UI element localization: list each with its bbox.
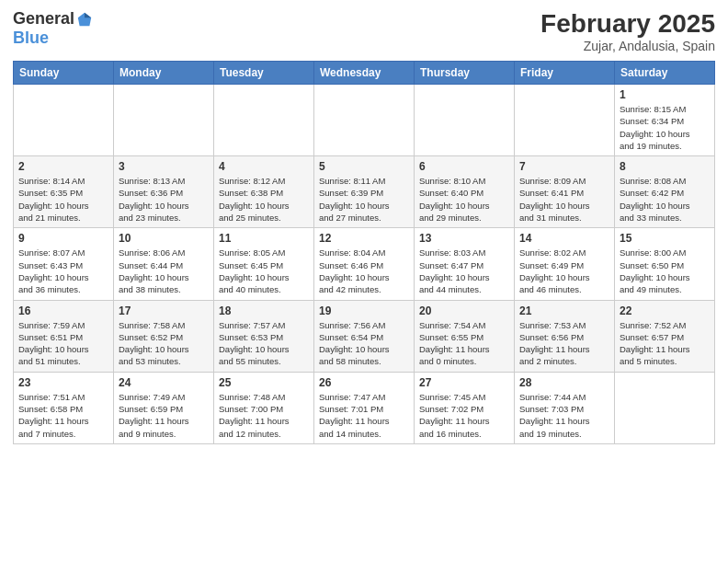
day-number: 12 [319, 232, 409, 245]
day-info: Sunrise: 7:53 AM Sunset: 6:56 PM Dayligh… [519, 319, 609, 368]
day-info: Sunrise: 8:11 AM Sunset: 6:39 PM Dayligh… [319, 175, 409, 224]
day-number: 9 [18, 232, 108, 245]
logo-icon [76, 11, 93, 28]
page-container: General Blue February 2025 Zujar, Andalu… [0, 0, 728, 563]
day-number: 27 [419, 376, 509, 389]
day-number: 20 [419, 304, 509, 317]
table-row: 4Sunrise: 8:12 AM Sunset: 6:38 PM Daylig… [214, 156, 314, 228]
calendar-week-row: 23Sunrise: 7:51 AM Sunset: 6:58 PM Dayli… [14, 372, 715, 443]
table-row [415, 85, 515, 156]
day-info: Sunrise: 8:00 AM Sunset: 6:50 PM Dayligh… [620, 247, 710, 295]
day-number: 22 [620, 304, 710, 317]
day-info: Sunrise: 8:12 AM Sunset: 6:38 PM Dayligh… [219, 175, 309, 224]
col-friday: Friday [515, 62, 615, 85]
table-row [314, 85, 415, 156]
table-row: 18Sunrise: 7:57 AM Sunset: 6:53 PM Dayli… [214, 300, 314, 372]
table-row: 26Sunrise: 7:47 AM Sunset: 7:01 PM Dayli… [314, 372, 415, 443]
table-row: 3Sunrise: 8:13 AM Sunset: 6:36 PM Daylig… [114, 156, 214, 228]
col-monday: Monday [114, 62, 214, 85]
title-section: February 2025 Zujar, Andalusia, Spain [540, 9, 715, 53]
day-info: Sunrise: 7:45 AM Sunset: 7:02 PM Dayligh… [419, 391, 509, 440]
day-info: Sunrise: 8:04 AM Sunset: 6:46 PM Dayligh… [319, 247, 409, 295]
table-row: 9Sunrise: 8:07 AM Sunset: 6:43 PM Daylig… [14, 228, 114, 300]
calendar-header-row: Sunday Monday Tuesday Wednesday Thursday… [14, 62, 715, 85]
logo-general-text: General [13, 9, 74, 29]
calendar-week-row: 9Sunrise: 8:07 AM Sunset: 6:43 PM Daylig… [14, 228, 715, 300]
table-row: 27Sunrise: 7:45 AM Sunset: 7:02 PM Dayli… [415, 372, 515, 443]
day-number: 2 [18, 160, 108, 173]
day-info: Sunrise: 7:47 AM Sunset: 7:01 PM Dayligh… [319, 391, 409, 440]
page-header: General Blue February 2025 Zujar, Andalu… [13, 9, 715, 53]
table-row [615, 372, 715, 443]
table-row: 1Sunrise: 8:15 AM Sunset: 6:34 PM Daylig… [615, 85, 715, 156]
day-info: Sunrise: 8:02 AM Sunset: 6:49 PM Dayligh… [519, 247, 609, 295]
month-year-title: February 2025 [540, 9, 715, 39]
day-info: Sunrise: 7:59 AM Sunset: 6:51 PM Dayligh… [18, 319, 108, 368]
day-number: 10 [119, 232, 209, 245]
day-info: Sunrise: 7:49 AM Sunset: 6:59 PM Dayligh… [119, 391, 209, 440]
day-number: 4 [219, 160, 309, 173]
day-info: Sunrise: 7:56 AM Sunset: 6:54 PM Dayligh… [319, 319, 409, 368]
day-number: 19 [319, 304, 409, 317]
day-number: 6 [419, 160, 509, 173]
day-number: 7 [519, 160, 609, 173]
table-row: 17Sunrise: 7:58 AM Sunset: 6:52 PM Dayli… [114, 300, 214, 372]
day-number: 15 [620, 232, 710, 245]
table-row: 25Sunrise: 7:48 AM Sunset: 7:00 PM Dayli… [214, 372, 314, 443]
day-info: Sunrise: 8:07 AM Sunset: 6:43 PM Dayligh… [18, 247, 108, 295]
day-info: Sunrise: 8:09 AM Sunset: 6:41 PM Dayligh… [519, 175, 609, 224]
day-info: Sunrise: 7:48 AM Sunset: 7:00 PM Dayligh… [219, 391, 309, 440]
day-number: 3 [119, 160, 209, 173]
location-subtitle: Zujar, Andalusia, Spain [540, 39, 715, 53]
table-row: 6Sunrise: 8:10 AM Sunset: 6:40 PM Daylig… [415, 156, 515, 228]
day-info: Sunrise: 8:13 AM Sunset: 6:36 PM Dayligh… [119, 175, 209, 224]
day-info: Sunrise: 8:05 AM Sunset: 6:45 PM Dayligh… [219, 247, 309, 295]
table-row: 22Sunrise: 7:52 AM Sunset: 6:57 PM Dayli… [615, 300, 715, 372]
table-row: 8Sunrise: 8:08 AM Sunset: 6:42 PM Daylig… [615, 156, 715, 228]
day-info: Sunrise: 8:14 AM Sunset: 6:35 PM Dayligh… [18, 175, 108, 224]
table-row: 5Sunrise: 8:11 AM Sunset: 6:39 PM Daylig… [314, 156, 415, 228]
table-row: 11Sunrise: 8:05 AM Sunset: 6:45 PM Dayli… [214, 228, 314, 300]
day-number: 17 [119, 304, 209, 317]
table-row: 21Sunrise: 7:53 AM Sunset: 6:56 PM Dayli… [515, 300, 615, 372]
day-info: Sunrise: 7:58 AM Sunset: 6:52 PM Dayligh… [119, 319, 209, 368]
day-number: 16 [18, 304, 108, 317]
table-row: 19Sunrise: 7:56 AM Sunset: 6:54 PM Dayli… [314, 300, 415, 372]
table-row [114, 85, 214, 156]
table-row: 23Sunrise: 7:51 AM Sunset: 6:58 PM Dayli… [14, 372, 114, 443]
table-row: 28Sunrise: 7:44 AM Sunset: 7:03 PM Dayli… [515, 372, 615, 443]
table-row: 24Sunrise: 7:49 AM Sunset: 6:59 PM Dayli… [114, 372, 214, 443]
day-info: Sunrise: 8:06 AM Sunset: 6:44 PM Dayligh… [119, 247, 209, 295]
table-row: 15Sunrise: 8:00 AM Sunset: 6:50 PM Dayli… [615, 228, 715, 300]
day-info: Sunrise: 7:52 AM Sunset: 6:57 PM Dayligh… [620, 319, 710, 368]
table-row [214, 85, 314, 156]
table-row: 2Sunrise: 8:14 AM Sunset: 6:35 PM Daylig… [14, 156, 114, 228]
calendar-table: Sunday Monday Tuesday Wednesday Thursday… [13, 61, 715, 444]
day-number: 18 [219, 304, 309, 317]
col-tuesday: Tuesday [214, 62, 314, 85]
day-number: 25 [219, 376, 309, 389]
table-row: 12Sunrise: 8:04 AM Sunset: 6:46 PM Dayli… [314, 228, 415, 300]
logo-blue-text: Blue [13, 29, 49, 48]
day-number: 8 [620, 160, 710, 173]
table-row: 20Sunrise: 7:54 AM Sunset: 6:55 PM Dayli… [415, 300, 515, 372]
day-number: 14 [519, 232, 609, 245]
day-info: Sunrise: 7:44 AM Sunset: 7:03 PM Dayligh… [519, 391, 609, 440]
col-wednesday: Wednesday [314, 62, 415, 85]
day-info: Sunrise: 8:08 AM Sunset: 6:42 PM Dayligh… [620, 175, 710, 224]
day-info: Sunrise: 7:54 AM Sunset: 6:55 PM Dayligh… [419, 319, 509, 368]
day-number: 1 [620, 88, 710, 101]
day-number: 13 [419, 232, 509, 245]
day-info: Sunrise: 8:15 AM Sunset: 6:34 PM Dayligh… [620, 103, 710, 152]
table-row [515, 85, 615, 156]
table-row: 14Sunrise: 8:02 AM Sunset: 6:49 PM Dayli… [515, 228, 615, 300]
calendar-week-row: 2Sunrise: 8:14 AM Sunset: 6:35 PM Daylig… [14, 156, 715, 228]
day-number: 5 [319, 160, 409, 173]
table-row: 13Sunrise: 8:03 AM Sunset: 6:47 PM Dayli… [415, 228, 515, 300]
table-row: 16Sunrise: 7:59 AM Sunset: 6:51 PM Dayli… [14, 300, 114, 372]
day-number: 11 [219, 232, 309, 245]
logo: General Blue [13, 9, 93, 48]
day-number: 23 [18, 376, 108, 389]
col-sunday: Sunday [14, 62, 114, 85]
day-info: Sunrise: 7:51 AM Sunset: 6:58 PM Dayligh… [18, 391, 108, 440]
